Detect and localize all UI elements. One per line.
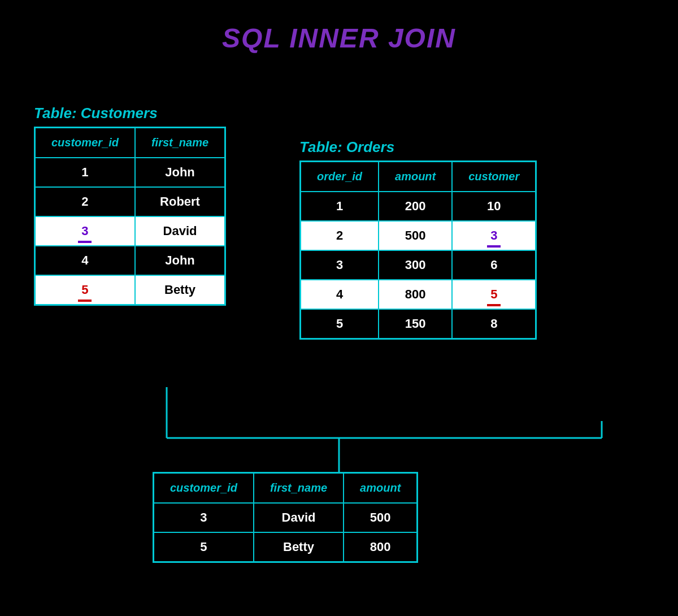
cell: 4 [301, 280, 379, 309]
table-row: 5 150 8 [301, 309, 536, 339]
cell: 1 [35, 158, 135, 187]
table-row-highlight-purple: 3 David [35, 216, 225, 246]
cell: 5 [301, 309, 379, 339]
table-row: 1 John [35, 158, 225, 187]
customers-table-label: Table: Customers [34, 105, 226, 122]
cell: 8 [452, 309, 536, 339]
cell: Betty [254, 532, 344, 562]
cell: 5 [154, 532, 254, 562]
table-row: 3 David 500 [154, 503, 418, 532]
cell: 300 [379, 250, 452, 280]
cell: 2 [301, 221, 379, 250]
cell: 4 [35, 246, 135, 275]
page-title: SQL INNER JOIN [0, 0, 678, 54]
customers-col-id: customer_id [35, 128, 135, 158]
orders-table-wrapper: Table: Orders order_id amount customer 1… [299, 138, 537, 340]
cell: 200 [379, 192, 452, 221]
cell: 10 [452, 192, 536, 221]
cell: 500 [344, 503, 418, 532]
cell-special: 3 [452, 221, 536, 250]
table-row-highlight-purple: 2 500 3 [301, 221, 536, 250]
cell: 6 [452, 250, 536, 280]
cell: Betty [135, 275, 225, 305]
cell: 800 [379, 280, 452, 309]
orders-col-amount: amount [379, 162, 452, 192]
cell: 3 [301, 250, 379, 280]
orders-table-label: Table: Orders [299, 138, 537, 156]
orders-col-customer: customer [452, 162, 536, 192]
cell: Robert [135, 187, 225, 216]
cell-special: 5 [35, 275, 135, 305]
table-row: 3 300 6 [301, 250, 536, 280]
result-col-amount: amount [344, 473, 418, 504]
diagram-container: Table: Customers customer_id first_name … [0, 71, 678, 579]
table-row: 2 Robert [35, 187, 225, 216]
table-row: 4 John [35, 246, 225, 275]
result-table-wrapper: customer_id first_name amount 3 David 50… [153, 472, 418, 563]
cell: 1 [301, 192, 379, 221]
cell: John [135, 246, 225, 275]
table-row-highlight-red: 5 Betty [35, 275, 225, 305]
customers-table: customer_id first_name 1 John 2 Robert 3… [34, 127, 226, 306]
result-col-name: first_name [254, 473, 344, 504]
cell: 150 [379, 309, 452, 339]
cell: 800 [344, 532, 418, 562]
cell-special: 5 [452, 280, 536, 309]
cell: 2 [35, 187, 135, 216]
table-row: 1 200 10 [301, 192, 536, 221]
cell-special: 3 [35, 216, 135, 246]
cell: John [135, 158, 225, 187]
customers-col-name: first_name [135, 128, 225, 158]
cell: David [135, 216, 225, 246]
orders-col-id: order_id [301, 162, 379, 192]
result-col-id: customer_id [154, 473, 254, 504]
cell: 500 [379, 221, 452, 250]
table-row-highlight-red: 4 800 5 [301, 280, 536, 309]
table-row: 5 Betty 800 [154, 532, 418, 562]
orders-table: order_id amount customer 1 200 10 2 500 … [299, 160, 537, 340]
cell: David [254, 503, 344, 532]
result-table: customer_id first_name amount 3 David 50… [153, 472, 418, 563]
cell: 3 [154, 503, 254, 532]
customers-table-wrapper: Table: Customers customer_id first_name … [34, 105, 226, 306]
